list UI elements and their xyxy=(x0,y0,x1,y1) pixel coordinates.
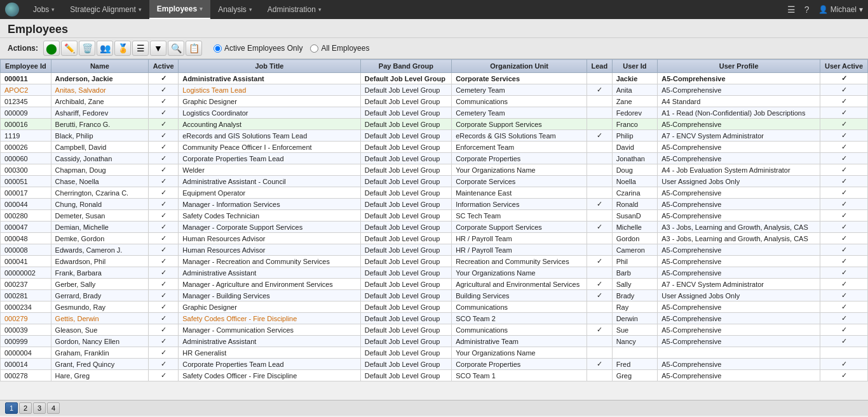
header-useractive[interactable]: User Active xyxy=(820,60,868,73)
cell-orgunit: Corporate Properties xyxy=(452,359,587,370)
cell-userprofile: A3 - Jobs, Learning and Growth, Analysis… xyxy=(658,233,820,244)
table-row[interactable]: 000014 Grant, Fred Quincy ✓ Corporate Pr… xyxy=(1,359,868,370)
page-3-button[interactable]: 3 xyxy=(33,402,46,414)
lines-button[interactable]: ☰ xyxy=(132,41,149,56)
cell-jobtitle: Graphic Designer xyxy=(179,301,361,313)
cell-name: Black, Philip xyxy=(51,130,149,142)
delete-button[interactable]: 🗑️ xyxy=(79,41,95,56)
cell-empid: 000016 xyxy=(1,119,51,130)
export-button[interactable]: 📋 xyxy=(186,41,202,56)
nav-strategic-alignment[interactable]: Strategic Alignment ▾ xyxy=(62,0,149,19)
cell-active: ✓ xyxy=(149,290,179,301)
filter-button[interactable]: ▼ xyxy=(150,41,166,56)
page-2-button[interactable]: 2 xyxy=(19,402,32,414)
table-row[interactable]: 0000004 Graham, Franklin ✓ HR Generalist… xyxy=(1,347,868,359)
menu-icon[interactable]: ☰ xyxy=(787,4,796,15)
app-logo[interactable] xyxy=(5,3,19,17)
table-row[interactable]: 000016 Berutti, Franco G. ✓ Accounting A… xyxy=(1,119,868,130)
header-lead[interactable]: Lead xyxy=(587,60,613,73)
header-paybandgroup[interactable]: Pay Band Group xyxy=(360,60,451,73)
table-row[interactable]: 1119 Black, Philip ✓ eRecords and GIS So… xyxy=(1,130,868,142)
cell-orgunit: Corporate Services xyxy=(452,73,587,84)
cell-orgunit: HR / Payroll Team xyxy=(452,233,587,244)
cell-userprofile: A5-Comprehensive xyxy=(658,119,820,130)
header-userid[interactable]: User Id xyxy=(612,60,658,73)
page-1-button[interactable]: 1 xyxy=(5,402,18,414)
cell-jobtitle: Administrative Assistant xyxy=(179,73,361,84)
header-name[interactable]: Name xyxy=(51,60,149,73)
table-row[interactable]: 000008 Edwards, Cameron J. ✓ Human Resou… xyxy=(1,244,868,256)
cell-useractive: ✓ xyxy=(820,313,868,324)
table-row[interactable]: 000280 Demeter, Susan ✓ Safety Codes Tec… xyxy=(1,210,868,222)
header-empid[interactable]: Employee Id xyxy=(1,60,51,73)
cell-useractive: ✓ xyxy=(820,199,868,210)
table-row[interactable]: 0000234 Gesmundo, Ray ✓ Graphic Designer… xyxy=(1,301,868,313)
table-row[interactable]: 000048 Demke, Gordon ✓ Human Resources A… xyxy=(1,233,868,244)
nav-administration[interactable]: Administration ▾ xyxy=(260,0,329,19)
all-employees-option[interactable]: All Employees xyxy=(310,44,369,53)
edit-button[interactable]: ✏️ xyxy=(61,41,78,56)
table-row[interactable]: 000278 Hare, Greg ✓ Safety Codes Officer… xyxy=(1,370,868,381)
all-employees-radio[interactable] xyxy=(310,44,318,53)
cell-lead xyxy=(587,73,613,84)
table-row[interactable]: 000999 Gordon, Nancy Ellen ✓ Administrat… xyxy=(1,336,868,347)
table-row[interactable]: 000044 Chung, Ronald ✓ Manager - Informa… xyxy=(1,199,868,210)
table-row[interactable]: 000009 Ashariff, Fedorev ✓ Logistics Coo… xyxy=(1,107,868,119)
active-only-radio[interactable] xyxy=(214,44,222,53)
table-row[interactable]: 000060 Cassidy, Jonathan ✓ Corporate Pro… xyxy=(1,153,868,164)
user-menu[interactable]: 👤 Michael ▾ xyxy=(818,5,863,14)
page-4-button[interactable]: 4 xyxy=(47,402,60,414)
cell-userprofile: A5-Comprehensive xyxy=(658,199,820,210)
cell-jobtitle: Corporate Properties Team Lead xyxy=(179,359,361,370)
cell-jobtitle: eRecords and GIS Solutions Team Lead xyxy=(179,130,361,142)
chevron-down-icon: ▾ xyxy=(200,6,203,12)
help-icon[interactable]: ? xyxy=(804,4,810,15)
table-row[interactable]: 000300 Chapman, Doug ✓ Welder Default Jo… xyxy=(1,164,868,176)
table-row[interactable]: 00000002 Frank, Barbara ✓ Administrative… xyxy=(1,267,868,279)
table-row[interactable]: 000281 Gerrard, Brady ✓ Manager - Buildi… xyxy=(1,290,868,301)
table-row[interactable]: APOC2 Anitas, Salvador ✓ Logistics Team … xyxy=(1,84,868,96)
cell-useractive: ✓ xyxy=(820,107,868,119)
cell-lead xyxy=(587,96,613,107)
cell-orgunit: Maintenance East xyxy=(452,187,587,199)
table-row[interactable]: 000017 Cherrington, Czarina C. ✓ Equipme… xyxy=(1,187,868,199)
table-row[interactable]: 012345 Archibald, Zane ✓ Graphic Designe… xyxy=(1,96,868,107)
table-row[interactable]: 000237 Gerber, Sally ✓ Manager - Agricul… xyxy=(1,279,868,290)
header-jobtitle[interactable]: Job Title xyxy=(179,60,361,73)
cell-name: Gettis, Derwin xyxy=(51,313,149,324)
table-row[interactable]: 000047 Demian, Michelle ✓ Manager - Corp… xyxy=(1,222,868,233)
cell-userprofile: A5-Comprehensive xyxy=(658,142,820,153)
cell-userprofile: User Assigned Jobs Only xyxy=(658,176,820,187)
users-button[interactable]: 👥 xyxy=(97,41,113,56)
nav-jobs[interactable]: Jobs ▾ xyxy=(25,0,62,19)
cell-userprofile: A5-Comprehensive xyxy=(658,324,820,336)
table-row[interactable]: 000026 Campbell, David ✓ Community Peace… xyxy=(1,142,868,153)
table-row[interactable]: 000011 Anderson, Jackie ✓ Administrative… xyxy=(1,73,868,84)
cell-active: ✓ xyxy=(149,164,179,176)
active-only-option[interactable]: Active Employees Only xyxy=(214,44,302,53)
cell-active: ✓ xyxy=(149,187,179,199)
nav-employees[interactable]: Employees ▾ xyxy=(149,0,210,19)
cell-paybandgroup: Default Job Level Group xyxy=(360,359,451,370)
header-userprofile[interactable]: User Profile xyxy=(658,60,820,73)
nav-analysis[interactable]: Analysis ▾ xyxy=(210,0,260,19)
cell-jobtitle: HR Generalist xyxy=(179,347,361,359)
cell-active: ✓ xyxy=(149,210,179,222)
table-row[interactable]: 000039 Gleason, Sue ✓ Manager - Communic… xyxy=(1,324,868,336)
header-active[interactable]: Active xyxy=(149,60,179,73)
cell-paybandgroup: Default Job Level Group xyxy=(360,279,451,290)
header-orgunit[interactable]: Organization Unit xyxy=(452,60,587,73)
search-button[interactable]: 🔍 xyxy=(168,41,184,56)
table-row[interactable]: 000279 Gettis, Derwin ✓ Safety Codes Off… xyxy=(1,313,868,324)
cell-orgunit: Recreation and Community Services xyxy=(452,256,587,267)
table-row[interactable]: 000051 Chase, Noella ✓ Administrative As… xyxy=(1,176,868,187)
add-button[interactable]: ⬤ xyxy=(43,41,60,56)
table-row[interactable]: 000041 Edwardson, Phil ✓ Manager - Recre… xyxy=(1,256,868,267)
badge-button[interactable]: 🏅 xyxy=(114,41,131,56)
cell-orgunit: Enforcement Team xyxy=(452,142,587,153)
cell-jobtitle: Logistics Coordinator xyxy=(179,107,361,119)
nav-items: Jobs ▾ Strategic Alignment ▾ Employees ▾… xyxy=(25,0,787,19)
cell-name: Graham, Franklin xyxy=(51,347,149,359)
cell-empid: 000060 xyxy=(1,153,51,164)
cell-useractive: ✓ xyxy=(820,187,868,199)
